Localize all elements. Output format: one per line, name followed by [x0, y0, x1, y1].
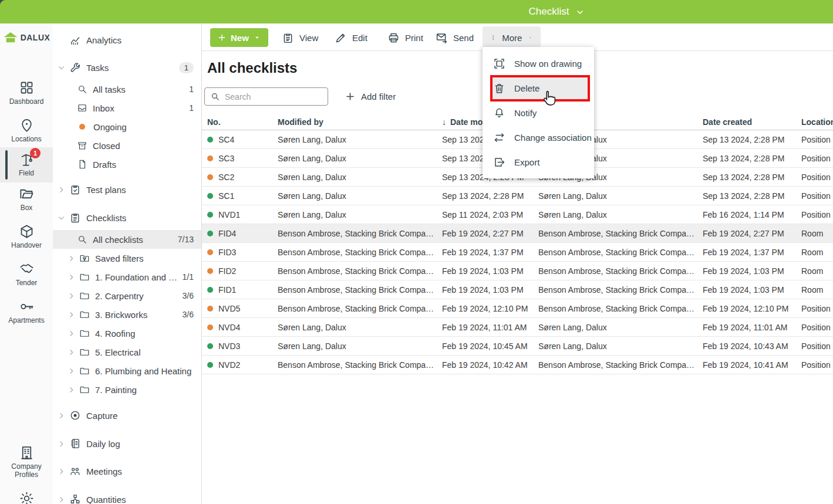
cell-location: Position [801, 172, 833, 182]
sidebar-item-ongoing[interactable]: Ongoing [53, 117, 201, 136]
rail-item-field[interactable]: Field 1 [0, 147, 53, 182]
table-row[interactable]: NVD5 Benson Ambrose, Stacking Brick Comp… [202, 299, 833, 318]
table-row[interactable]: FID2 Benson Ambrose, Stacking Brick Comp… [202, 262, 833, 280]
table-row[interactable]: NVD2 Benson Ambrose, Stacking Brick Comp… [202, 356, 833, 374]
rail-item-box[interactable]: Box [0, 186, 53, 212]
rail-item-tender[interactable]: Tender [0, 261, 53, 287]
table-row[interactable]: NVD1 Søren Lang, Dalux Sep 11 2024, 2:03… [202, 205, 833, 224]
cell-location: Position [801, 323, 833, 332]
cell-no: FID2 [218, 266, 236, 276]
sidebar-item-test-plans[interactable]: Test plans [53, 180, 201, 199]
sidebar-folder-3-brickworks[interactable]: 3. Brickworks 3/6 [53, 305, 201, 324]
dalux-logo[interactable]: DALUX [0, 32, 53, 43]
cell-location: Position [801, 210, 833, 219]
sidebar-item-capture[interactable]: Capture [53, 406, 201, 425]
more-button[interactable]: More [483, 26, 541, 49]
chevron-right-icon[interactable] [58, 468, 69, 475]
cell-date-modified: Feb 19 2024, 11:01 AM [442, 323, 538, 332]
table-row[interactable]: NVD4 Søren Lang, Dalux Feb 19 2024, 11:0… [202, 318, 833, 337]
sort-desc-icon: ↓ [442, 117, 446, 127]
send-button[interactable]: Send [436, 28, 474, 47]
rail-item-locations[interactable]: Locations [0, 117, 53, 144]
menu-item-notify[interactable]: Notify [483, 100, 594, 125]
chevron-right-icon[interactable] [58, 496, 69, 503]
folder-icon [79, 290, 90, 301]
column-header-date-created[interactable]: Date created [703, 117, 801, 127]
sidebar-folder-4-roofing[interactable]: 4. Roofing [53, 324, 201, 343]
chevron-right-icon[interactable] [68, 311, 79, 319]
menu-item-export[interactable]: Export [483, 150, 594, 174]
chevron-right-icon[interactable] [68, 349, 79, 356]
sidebar-item-daily-log[interactable]: Daily log [53, 434, 201, 453]
rail-item-company-profiles[interactable]: Company Profiles [0, 445, 53, 479]
rail-item-dashboard[interactable]: Dashboard [0, 80, 53, 106]
map-pin-icon [19, 117, 35, 133]
printer-icon [387, 32, 400, 44]
sidebar-item-checklists[interactable]: Checklists [53, 208, 201, 227]
sidebar-item-all-tasks[interactable]: All tasks 1 [53, 80, 201, 99]
edit-button[interactable]: Edit [335, 28, 367, 47]
cell-no: NVD4 [218, 323, 240, 332]
table-row[interactable]: SC1 Søren Lang, Dalux Sep 13 2024, 2:28 … [202, 187, 833, 205]
sidebar-item-label: Closed [93, 141, 120, 151]
sidebar-item-closed[interactable]: Closed [53, 136, 201, 155]
chevron-down-icon[interactable] [58, 214, 69, 222]
column-header-modified-by[interactable]: Modified by [278, 117, 442, 127]
table-row[interactable]: FID3 Benson Ambrose, Stacking Brick Comp… [202, 243, 833, 262]
sidebar-item-label: 1. Foundation and Con… [95, 272, 183, 282]
cell-no: SC4 [218, 135, 234, 144]
top-bar: Checklist [0, 0, 833, 23]
sidebar-item-saved-filters[interactable]: Saved filters [53, 249, 201, 268]
sidebar-folder-1-foundation[interactable]: 1. Foundation and Con… 1/1 [53, 268, 201, 286]
new-button[interactable]: New [210, 28, 268, 47]
chevron-right-icon[interactable] [68, 292, 79, 300]
search-input[interactable] [204, 87, 328, 106]
menu-item-delete[interactable]: Delete [483, 76, 594, 100]
status-dot-icon [207, 155, 213, 161]
table-row[interactable]: NVD3 Søren Lang, Dalux Feb 19 2024, 10:4… [202, 337, 833, 356]
sidebar-folder-6-plumbing-heating[interactable]: 6. Plumbing and Heating [53, 361, 201, 380]
cell-modified-by: Søren Lang, Dalux [278, 341, 442, 351]
menu-item-show-on-drawing[interactable]: Show on drawing [483, 51, 594, 76]
print-button[interactable]: Print [387, 28, 423, 47]
chevron-down-icon[interactable] [58, 64, 69, 72]
sidebar-item-inbox[interactable]: Inbox 1 [53, 99, 201, 117]
chevron-right-icon[interactable] [58, 186, 69, 194]
chevron-right-icon[interactable] [58, 412, 69, 420]
sidebar-item-label: 4. Roofing [95, 329, 135, 339]
rail-item-handover[interactable]: Handover [0, 224, 53, 250]
chevron-right-icon[interactable] [68, 330, 79, 337]
sidebar-item-label: Tasks [86, 63, 109, 73]
table-row[interactable]: FID1 Benson Ambrose, Stacking Brick Comp… [202, 280, 833, 299]
module-switcher[interactable]: Checklist [529, 0, 585, 23]
cell-date-created: Feb 19 2024, 2:27 PM [703, 229, 801, 238]
table-row[interactable]: FID4 Benson Ambrose, Stacking Brick Comp… [202, 224, 833, 243]
chevron-right-icon[interactable] [68, 367, 79, 375]
chevron-right-icon[interactable] [68, 255, 79, 262]
cell-created-by: Benson Ambrose, Stacking Brick Compa… [538, 266, 703, 276]
chevron-down-icon [575, 8, 584, 16]
menu-item-change-association[interactable]: Change association [483, 125, 594, 150]
chevron-right-icon[interactable] [68, 386, 79, 394]
add-filter-button[interactable]: Add filter [345, 91, 396, 102]
sidebar-folder-7-painting[interactable]: 7. Painting [53, 380, 201, 399]
sidebar-item-meetings[interactable]: Meetings [53, 462, 201, 481]
cell-created-by: Benson Ambrose, Stacking Brick Compa… [538, 360, 703, 370]
rail-item-settings[interactable]: Settings [0, 491, 53, 504]
sidebar-item-quantities[interactable]: Quantities [53, 490, 201, 504]
sidebar-item-drafts[interactable]: Drafts [53, 155, 201, 174]
sidebar-folder-5-electrical[interactable]: 5. Electrical [53, 343, 201, 361]
sidebar-folder-2-carpentry[interactable]: 2. Carpentry 3/6 [53, 286, 201, 305]
column-header-no[interactable]: No. [207, 117, 278, 127]
rail-label: Locations [11, 136, 41, 144]
sidebar-item-tasks[interactable]: Tasks 1 [53, 58, 201, 77]
sidebar-item-all-checklists[interactable]: All checklists 7/13 [53, 230, 201, 249]
column-header-location[interactable]: Location [801, 117, 833, 127]
chevron-right-icon[interactable] [58, 440, 69, 448]
rail-item-apartments[interactable]: Apartments [0, 299, 53, 325]
status-dot-icon [207, 212, 213, 218]
view-button[interactable]: View [282, 28, 318, 47]
chevron-right-icon[interactable] [68, 273, 79, 281]
sidebar-item-label: 3. Brickworks [95, 310, 147, 320]
sidebar-item-analytics[interactable]: Analytics [53, 31, 201, 49]
